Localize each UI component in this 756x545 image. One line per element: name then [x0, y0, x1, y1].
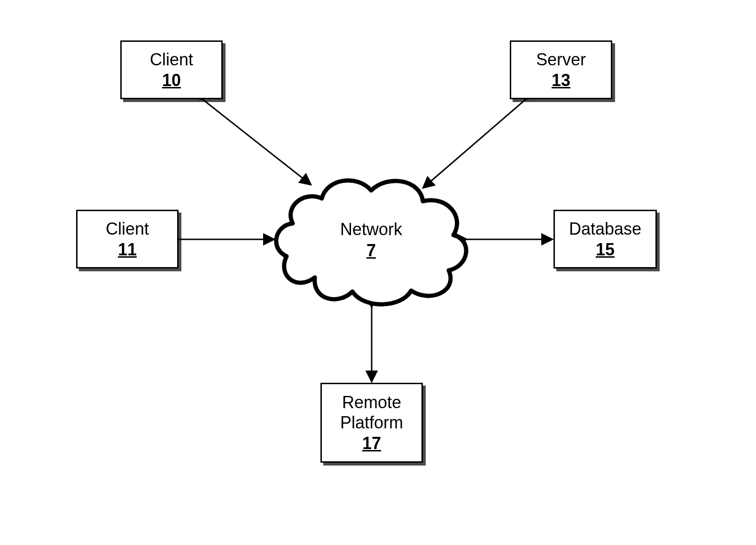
node-client-10: Client 10 [120, 40, 223, 99]
node-id: 13 [552, 71, 570, 90]
node-label: Database [569, 219, 641, 239]
node-database-15: Database 15 [553, 210, 657, 269]
node-server-13: Server 13 [510, 40, 612, 99]
node-client-11: Client 11 [76, 210, 179, 269]
cloud-icon [270, 169, 472, 310]
diagram-canvas: Client 10 Server 13 Client 11 Database 1… [0, 0, 756, 545]
node-label: Server [536, 49, 586, 70]
node-id: 17 [362, 434, 381, 453]
node-id: 15 [596, 240, 615, 260]
node-id: 10 [162, 71, 181, 90]
node-label: Client [106, 219, 149, 239]
node-label: Remote Platform [340, 392, 403, 433]
node-label: Client [150, 49, 193, 70]
node-label: Network [340, 219, 402, 239]
node-network-7: Network 7 [270, 169, 472, 310]
node-id: 11 [118, 240, 137, 260]
node-id: 7 [366, 241, 376, 261]
node-remote-platform-17: Remote Platform 17 [320, 383, 423, 463]
